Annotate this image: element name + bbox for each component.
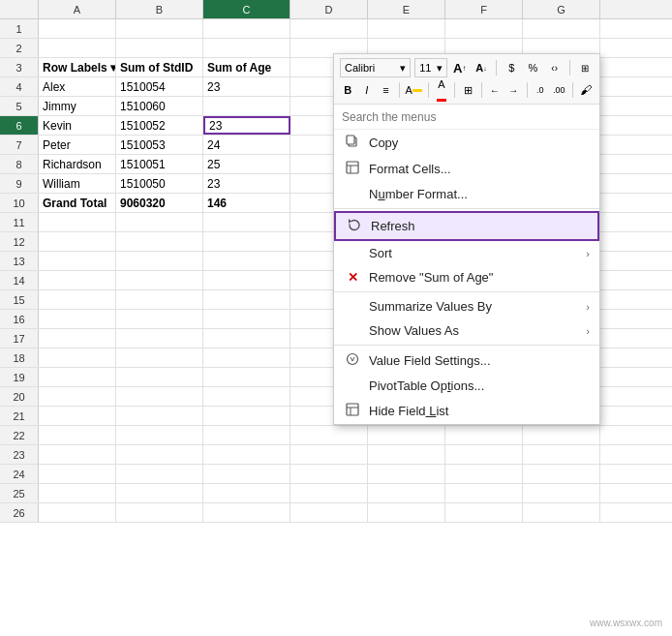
menu-item-copy[interactable]: Copy xyxy=(334,130,599,156)
cell-b9[interactable]: 1510050 xyxy=(116,174,203,193)
refresh-icon xyxy=(346,218,363,234)
cell-b1[interactable] xyxy=(116,19,203,38)
cell-c10[interactable]: 146 xyxy=(203,194,290,212)
paint-btn[interactable]: 🖌 xyxy=(577,80,594,100)
cell-b8[interactable]: 1510051 xyxy=(116,155,203,173)
table-row: 1 xyxy=(0,19,672,39)
menu-item-show-values[interactable]: Show Values As › xyxy=(334,318,599,343)
cell-a3[interactable]: Row Labels ▾ xyxy=(39,58,116,76)
increase-font-btn[interactable]: A↑ xyxy=(451,58,469,77)
indent-left-btn[interactable]: ← xyxy=(486,80,503,100)
highlight-btn[interactable]: A xyxy=(405,80,423,100)
col-header-f[interactable]: F xyxy=(445,0,523,18)
svg-rect-1 xyxy=(347,136,354,144)
col-header-g[interactable]: G xyxy=(523,0,600,18)
show-values-arrow: › xyxy=(586,325,590,337)
toolbar-sep1 xyxy=(496,60,497,76)
cell-b3[interactable]: Sum of StdID xyxy=(116,58,203,76)
align-btn[interactable]: ≡ xyxy=(378,80,394,100)
decrease-font-btn[interactable]: A↓ xyxy=(473,58,490,77)
menu-item-refresh[interactable]: Refresh xyxy=(334,211,599,241)
col-header-d[interactable]: D xyxy=(290,0,368,18)
col-header-e[interactable]: E xyxy=(368,0,445,18)
row-num-4: 4 xyxy=(0,77,39,96)
percent-btn[interactable]: % xyxy=(524,58,541,77)
col-header-c[interactable]: C xyxy=(203,0,290,18)
table-btn[interactable]: ⊞ xyxy=(576,58,594,77)
cell-e1[interactable] xyxy=(368,19,445,38)
row-num-5: 5 xyxy=(0,97,39,115)
cell-a6[interactable]: Kevin xyxy=(39,116,116,135)
row-num-6: 6 xyxy=(0,116,39,135)
refresh-label: Refresh xyxy=(371,219,415,233)
menu-item-hide-field[interactable]: Hide Field List xyxy=(334,398,599,424)
svg-point-5 xyxy=(348,354,358,365)
cell-d1[interactable] xyxy=(290,19,368,38)
menu-item-number-format[interactable]: Number Format... xyxy=(334,182,599,206)
inc-decimal-btn[interactable]: .00 xyxy=(551,80,567,100)
cell-a2[interactable] xyxy=(39,39,116,57)
cell-a10[interactable]: Grand Total xyxy=(39,194,116,212)
menu-item-format-cells[interactable]: Format Cells... xyxy=(334,156,599,182)
cell-c2[interactable] xyxy=(203,39,290,57)
cell-a5[interactable]: Jimmy xyxy=(39,97,116,115)
mini-toolbar: Calibri ▾ 11 ▾ A↑ A↓ $ % ‹› ⊞ B I ≡ xyxy=(334,54,599,105)
dec-decimal-btn[interactable]: .0 xyxy=(532,80,548,100)
bold-btn[interactable]: B xyxy=(340,80,356,100)
cell-f1[interactable] xyxy=(445,19,523,38)
pivot-options-label: PivotTable Options... xyxy=(369,379,484,393)
cell-c1[interactable] xyxy=(203,19,290,38)
cell-c9[interactable]: 23 xyxy=(203,174,290,193)
row-num-3: 3 xyxy=(0,58,39,76)
menu-item-remove[interactable]: ✕ Remove "Sum of Age" xyxy=(334,265,599,289)
menu-item-pivot-options[interactable]: PivotTable Options... xyxy=(334,374,599,398)
cell-b4[interactable]: 1510054 xyxy=(116,77,203,96)
remove-icon: ✕ xyxy=(344,270,361,285)
font-color-icon: A xyxy=(435,78,449,102)
sort-arrow: › xyxy=(586,248,590,259)
cell-b7[interactable]: 1510053 xyxy=(116,136,203,154)
font-size-arrow: ▾ xyxy=(437,62,443,75)
cell-b6[interactable]: 1510052 xyxy=(116,116,203,135)
italic-btn[interactable]: I xyxy=(359,80,376,100)
cell-a1[interactable] xyxy=(39,19,116,38)
menu-item-summarize[interactable]: Summarize Values By › xyxy=(334,294,599,318)
column-headers: A B C D E F G xyxy=(0,0,672,19)
menu-item-sort[interactable]: Sort › xyxy=(334,241,599,265)
cell-c6[interactable]: 23 xyxy=(203,116,290,135)
col-header-b[interactable]: B xyxy=(116,0,203,18)
cell-c5[interactable] xyxy=(203,97,290,115)
cell-c3[interactable]: Sum of Age xyxy=(203,58,290,76)
indent-right-btn[interactable]: → xyxy=(505,80,522,100)
cell-c7[interactable]: 24 xyxy=(203,136,290,154)
cell-g1[interactable] xyxy=(523,19,600,38)
summarize-arrow: › xyxy=(586,301,590,313)
cell-a7[interactable]: Peter xyxy=(39,136,116,154)
row-num-10: 10 xyxy=(0,194,39,212)
cell-b10[interactable]: 9060320 xyxy=(116,194,203,212)
cell-c4[interactable]: 23 xyxy=(203,77,290,96)
corner-cell xyxy=(0,0,39,18)
cell-b2[interactable] xyxy=(116,39,203,57)
font-size-dropdown[interactable]: 11 ▾ xyxy=(414,58,446,77)
search-input[interactable] xyxy=(342,110,592,124)
cell-a8[interactable]: Richardson xyxy=(39,155,116,173)
font-color-btn[interactable]: A xyxy=(434,80,450,100)
cell-a4[interactable]: Alex xyxy=(39,77,116,96)
cell-c8[interactable]: 25 xyxy=(203,155,290,173)
comma-btn[interactable]: ‹› xyxy=(546,58,564,77)
col-header-a[interactable]: A xyxy=(39,0,116,18)
row-num-9: 9 xyxy=(0,174,39,193)
menu-item-value-field[interactable]: Value Field Settings... xyxy=(334,348,599,374)
menu-divider-2 xyxy=(334,291,599,292)
font-name-arrow: ▾ xyxy=(400,62,406,75)
toolbar-sep7 xyxy=(527,82,528,98)
hide-field-icon xyxy=(344,403,361,419)
toolbar-row2: B I ≡ A A ⊞ ← → .0 .00 🖌 xyxy=(340,80,594,100)
menu-divider-3 xyxy=(334,345,599,346)
cell-b5[interactable]: 1510060 xyxy=(116,97,203,115)
dollar-btn[interactable]: $ xyxy=(503,58,520,77)
cell-a9[interactable]: William xyxy=(39,174,116,193)
font-name-dropdown[interactable]: Calibri ▾ xyxy=(340,58,411,77)
border-btn[interactable]: ⊞ xyxy=(460,80,476,100)
